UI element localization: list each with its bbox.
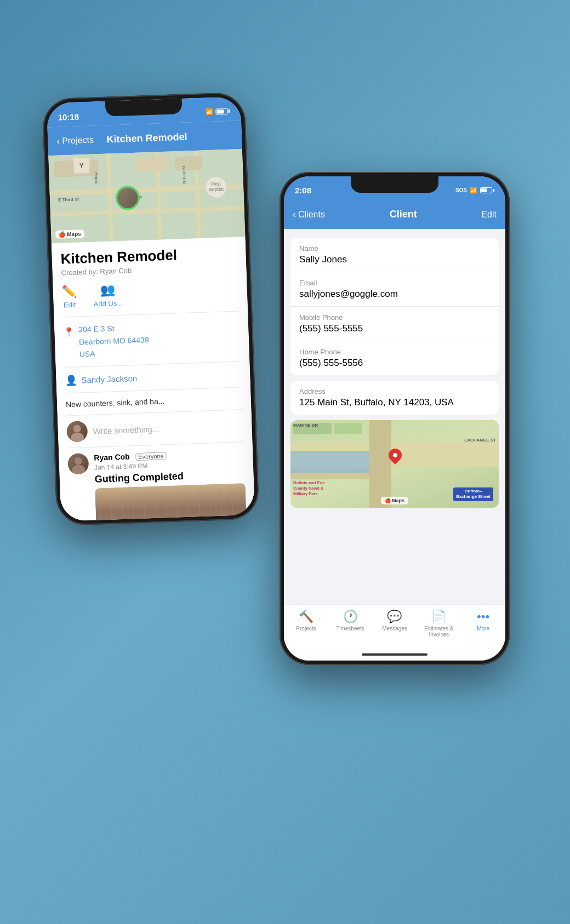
tab-more-icon: ••• [477,610,489,624]
front-map-card[interactable]: MARINE DR EXCHANGE ST Buffalo and ErieCo… [290,420,499,508]
back-post-content: Ryan Cob Everyone Jan 14 at 3:49 PM Gutt… [94,447,247,521]
front-email-value: sallyjones@goggle.com [299,289,490,300]
front-map-label-exchange: EXCHANGE ST [464,438,496,443]
front-mobile-value: (555) 555-5555 [299,323,490,334]
tab-more[interactable]: ••• More [464,610,503,632]
front-status-time: 2:08 [295,186,311,195]
front-nav-back[interactable]: ‹ Clients [293,209,325,220]
back-edit-label: Edit [64,300,76,309]
back-addusers-label: Add Us... [93,299,123,308]
front-wifi-icon: 📶 [470,187,477,194]
wifi-icon: 📶 [205,108,213,115]
phone-front-content: 2:08 SOS 📶 [284,176,505,661]
svg-point-2 [74,457,82,464]
tab-timesheets[interactable]: 🕐 Timesheets [331,610,369,632]
front-back-chevron-icon: ‹ [293,209,296,220]
front-battery-icon [480,187,494,193]
back-addusers-button[interactable]: 👥 Add Us... [93,282,123,308]
back-edit-button[interactable]: ✏️ Edit [61,284,77,309]
back-notch [105,98,183,116]
back-status-icons: 📶 [205,107,230,116]
front-map-label-marine: MARINE DR [293,423,318,428]
back-address-line2: Dearborn MO 64439 [79,333,149,348]
tab-estimates[interactable]: 📄 Estimates & Invoices [420,610,458,638]
back-status-time: 10:18 [58,111,79,121]
back-post-author: Ryan Cob [94,452,130,462]
back-project-content: Kitchen Remodel Created by: Ryan Cob ✏️ … [52,236,255,521]
tab-estimates-label: Estimates & Invoices [420,625,458,638]
tab-projects[interactable]: 🔨 Projects [287,610,325,632]
tab-timesheets-label: Timesheets [337,625,364,632]
phones-container: 10:18 📶 ‹ [38,51,532,873]
front-status-icons: SOS 📶 [455,187,494,194]
phone-back: 10:18 📶 ‹ [42,91,260,525]
pencil-icon: ✏️ [61,284,77,299]
front-map-transit: Buffalo–Exchange Street [453,487,493,501]
phone-back-content: 10:18 📶 ‹ [47,96,255,521]
front-name-value: Sally Jones [299,254,490,265]
front-mobile-row: Mobile Phone (555) 555-5555 [290,307,499,341]
tab-messages[interactable]: 💬 Messages [375,610,414,632]
tab-timesheets-icon: 🕐 [343,610,358,624]
back-address-line3: USA [79,346,149,360]
back-nav-back-label: Projects [62,135,94,146]
front-nav-back-label: Clients [298,210,325,220]
front-mobile-label: Mobile Phone [299,313,490,322]
phone-back-inner: 10:18 📶 ‹ [47,96,255,521]
front-client-scroll: Name Sally Jones Email sallyjones@goggle… [284,229,505,605]
front-home-value: (555) 555-5556 [299,358,490,369]
front-home-bar [284,648,505,661]
front-email-label: Email [299,279,490,287]
front-name-row: Name Sally Jones [290,238,499,272]
add-users-icon: 👥 [100,283,116,297]
tab-more-label: More [477,625,489,632]
phone-front: 2:08 SOS 📶 [280,172,510,665]
tab-messages-icon: 💬 [387,610,402,624]
svg-point-3 [72,464,86,474]
front-address-label: Address [299,387,490,395]
svg-point-1 [71,432,84,442]
back-post-image: 8009 [95,483,247,521]
back-chevron-icon: ‹ [56,135,60,147]
front-address-card: Address 125 Main St, Buffalo, NY 14203, … [290,381,499,415]
back-feed-placeholder: Write something... [93,424,159,435]
back-project-address[interactable]: 📍 204 E 3 St Dearborn MO 64439 USA [62,311,241,368]
back-map-area: Y E Third St E Third St N May N June St … [48,148,245,243]
sos-label: SOS [455,187,467,193]
front-maps-badge: 🍎 Maps [381,497,408,504]
back-project-actions: ✏️ Edit 👥 Add Us... [61,278,239,317]
location-icon: 📍 [63,325,75,339]
back-nav-title: Kitchen Remodel [106,130,187,145]
tab-estimates-icon: 📄 [431,610,446,624]
front-home-label: Home Phone [299,348,490,356]
front-status-bar: 2:08 SOS 📶 [284,176,505,200]
front-nav-title: Client [390,209,417,220]
front-map-label-buffalo: Buffalo and ErieCounty Naval &Military P… [293,480,348,496]
front-notch [351,176,438,193]
svg-point-0 [73,424,81,432]
back-post-avatar [67,453,89,474]
tab-messages-label: Messages [382,625,407,632]
front-map-inner: MARINE DR EXCHANGE ST Buffalo and ErieCo… [290,420,499,508]
back-feed-input[interactable]: Write something... [66,410,244,448]
front-email-row: Email sallyjones@goggle.com [290,272,499,307]
back-nav-back[interactable]: ‹ Projects [56,134,94,146]
back-feed-post: Ryan Cob Everyone Jan 14 at 3:49 PM Gutt… [67,442,248,521]
front-nav-bar: ‹ Clients Client Edit [284,200,505,229]
front-homephone-row: Home Phone (555) 555-5556 [290,341,499,375]
front-name-label: Name [299,244,490,252]
tab-projects-label: Projects [296,625,316,632]
front-contact-card: Name Sally Jones Email sallyjones@goggle… [290,238,499,375]
back-avatar-input [66,421,88,442]
front-address-row: Address 125 Main St, Buffalo, NY 14203, … [290,381,499,415]
phone-front-inner: 2:08 SOS 📶 [284,176,505,661]
tab-projects-icon: 🔨 [299,610,314,624]
front-nav-edit[interactable]: Edit [481,210,497,220]
back-maps-badge: 🍎 Maps [55,229,84,239]
back-post-badge: Everyone [135,452,167,461]
person-icon: 👤 [65,374,77,387]
front-tab-bar: 🔨 Projects 🕐 Timesheets 💬 Messages 📄 Est… [284,605,505,648]
back-client-name: Sandy Jackson [81,373,137,384]
front-address-value: 125 Main St, Buffalo, NY 14203, USA [299,397,490,408]
battery-icon [215,108,230,114]
